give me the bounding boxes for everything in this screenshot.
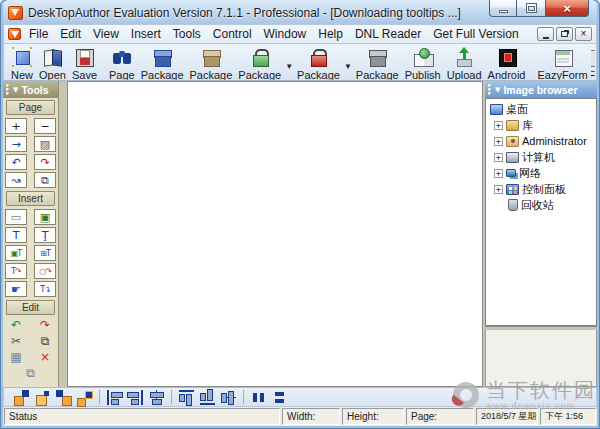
redo-button[interactable]: ↷ [34, 318, 56, 332]
toolbar-button-page[interactable]: Page [106, 45, 138, 80]
toolbar-button-package[interactable]: Package [235, 45, 284, 80]
app-icon [8, 6, 23, 20]
align-middle-icon[interactable] [221, 390, 236, 405]
insert-rotating-text-button[interactable]: T↷ [5, 263, 27, 279]
page-canvas[interactable] [67, 81, 483, 387]
toolbar-button-package[interactable]: Package [138, 45, 187, 80]
minimize-button[interactable] [489, 0, 517, 17]
toolbar-button-publish[interactable]: Publish [402, 45, 444, 80]
user-folder-icon [506, 136, 519, 147]
toolbar-button-package[interactable]: Package [187, 45, 236, 80]
delete-page-button[interactable]: − [34, 118, 56, 134]
align-top-icon[interactable] [179, 390, 194, 405]
goto-page-button[interactable]: → [5, 136, 27, 152]
tree-item-[interactable]: 回收站 [488, 197, 596, 213]
expand-icon[interactable]: + [494, 121, 503, 130]
expand-icon[interactable]: + [494, 137, 503, 146]
page-background-button[interactable]: ▨ [34, 136, 56, 152]
toolbar-button-label: Package [141, 69, 184, 81]
menu-item-control[interactable]: Control [207, 27, 258, 41]
toolbar-button-package[interactable]: Package [294, 45, 343, 80]
mdi-close-button[interactable]: × [575, 27, 592, 41]
tree-item-[interactable]: +计算机 [488, 149, 596, 165]
menu-item-get-full-version[interactable]: Get Full Version [427, 27, 524, 41]
menu-item-window[interactable]: Window [258, 27, 313, 41]
menu-item-insert[interactable]: Insert [125, 27, 167, 41]
copy-button[interactable]: ⧉ [34, 334, 56, 348]
maximize-button[interactable] [517, 0, 545, 17]
minimize-icon [499, 10, 508, 13]
redo-page-button[interactable]: ↷ [34, 154, 56, 170]
tools-panel-header[interactable]: ▼ Tools [3, 81, 58, 98]
align-left-icon[interactable] [107, 390, 122, 405]
bring-to-front-icon[interactable] [35, 390, 50, 405]
insert-rotating-image-button[interactable]: ○↷ [34, 263, 56, 279]
insert-image-text-button[interactable]: ▣T [5, 245, 27, 261]
tree-item-label: 桌面 [506, 102, 528, 117]
menu-item-tools[interactable]: Tools [167, 27, 207, 41]
close-button[interactable]: × [545, 0, 589, 17]
send-backward-icon[interactable] [56, 390, 71, 405]
send-to-back-icon[interactable] [77, 390, 92, 405]
dropdown-arrow-icon[interactable]: ▼ [284, 62, 294, 71]
paste-button[interactable]: ▦ [5, 350, 27, 364]
menu-item-edit[interactable]: Edit [54, 27, 87, 41]
toolbar-button-eazyform[interactable]: EazyForm [534, 45, 590, 80]
tree-item-[interactable]: 桌面 [488, 101, 596, 117]
image-browser-header[interactable]: ▼ Image browser [485, 81, 597, 98]
toolbar-button-upload[interactable]: Upload [444, 45, 485, 80]
toolbar-button-open[interactable]: Open [36, 45, 69, 80]
undo-page-button[interactable]: ↶ [5, 154, 27, 170]
close-icon: × [563, 1, 571, 16]
same-height-icon[interactable] [272, 390, 287, 405]
same-width-icon[interactable] [251, 390, 266, 405]
insert-image-button[interactable]: ▣ [34, 209, 56, 225]
insert-boxed-text-button[interactable]: ⊞T [34, 245, 56, 261]
insert-textbox-button[interactable]: T [5, 227, 27, 243]
insert-text-flow-button[interactable]: T↴ [34, 281, 56, 297]
expand-icon[interactable]: + [494, 153, 503, 162]
panel-splitter-vertical[interactable] [59, 81, 67, 387]
tree-item-administrator[interactable]: +Administrator [488, 133, 596, 149]
control-panel-icon [506, 184, 519, 195]
toolbar-button-package[interactable]: Package [353, 45, 402, 80]
dropdown-arrow-icon[interactable]: ▼ [343, 62, 353, 71]
toolbar-button-label: Package [190, 69, 233, 81]
menu-item-help[interactable]: Help [312, 27, 349, 41]
mdi-restore-button[interactable] [556, 27, 573, 41]
menu-item-view[interactable]: View [87, 27, 125, 41]
undo-button[interactable]: ↶ [5, 318, 27, 332]
tree-item-[interactable]: +库 [488, 117, 596, 133]
tree-item-[interactable]: +网络 [488, 165, 596, 181]
insert-box-button[interactable]: ▭ [5, 209, 27, 225]
toolbar-button-android[interactable]: Android [485, 45, 529, 80]
align-right-icon[interactable] [128, 390, 143, 405]
align-bottom-icon[interactable] [200, 390, 215, 405]
menu-item-file[interactable]: File [23, 27, 54, 41]
tools-section-edit[interactable]: Edit [6, 300, 55, 315]
insert-text-button[interactable]: Ţ [34, 227, 56, 243]
toolbar-button-save[interactable]: Save [69, 45, 100, 80]
tools-section-page[interactable]: Page [6, 100, 55, 115]
select-tool-button[interactable]: ↝ [5, 172, 27, 188]
expand-icon[interactable]: + [494, 169, 503, 178]
package-gray-icon [366, 46, 388, 68]
mdi-minimize-button[interactable] [537, 27, 554, 41]
add-page-button[interactable]: + [5, 118, 27, 134]
align-center-icon[interactable] [149, 390, 164, 405]
delete-button[interactable]: × [34, 350, 56, 364]
cut-button[interactable]: ✂ [5, 334, 27, 348]
tree-item-[interactable]: +控制面板 [488, 181, 596, 197]
tools-panel-title: Tools [21, 84, 48, 96]
insert-link-button[interactable]: ☛ [5, 281, 27, 297]
toolbar-button-f-partial[interactable]: F [591, 45, 595, 80]
titlebar[interactable]: DeskTopAuthor Evaluation Version 7.1.1 -… [3, 0, 597, 24]
bring-forward-icon[interactable] [14, 390, 29, 405]
duplicate-button[interactable]: ⧉ [20, 366, 42, 380]
expand-icon[interactable]: + [494, 185, 503, 194]
copy-pages-button[interactable]: ⧉ [34, 172, 56, 188]
tools-section-insert[interactable]: Insert [6, 191, 55, 206]
toolbar-button-new[interactable]: New [8, 45, 36, 80]
menu-item-dnl-reader[interactable]: DNL Reader [349, 27, 427, 41]
toolbar-button-label: New [11, 69, 33, 81]
